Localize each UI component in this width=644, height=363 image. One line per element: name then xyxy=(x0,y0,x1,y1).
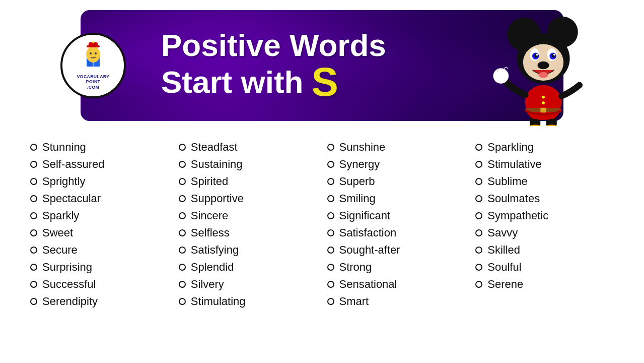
bullet-icon xyxy=(327,247,334,254)
word-text: Sparkling xyxy=(487,141,534,154)
word-text: Steadfast xyxy=(191,141,238,154)
svg-point-6 xyxy=(92,41,94,43)
word-item: Silvery xyxy=(179,276,322,293)
word-column-4: SparklingStimulativeSublimeSoulmatesSymp… xyxy=(475,139,619,310)
word-item: Sought-after xyxy=(327,241,471,259)
mickey-figure xyxy=(493,15,594,126)
bullet-icon xyxy=(179,212,186,219)
word-item: Soulful xyxy=(475,259,619,276)
word-text: Sweet xyxy=(42,226,73,239)
word-item: Skilled xyxy=(475,241,619,259)
bullet-icon xyxy=(30,144,37,151)
bullet-icon xyxy=(475,229,482,236)
bullet-icon xyxy=(475,264,482,271)
word-text: Successful xyxy=(42,278,96,291)
bullet-icon xyxy=(327,178,334,185)
word-text: Silvery xyxy=(191,278,224,291)
word-text: Smart xyxy=(339,295,369,308)
word-item: Smart xyxy=(327,293,471,310)
svg-point-27 xyxy=(543,125,560,126)
svg-point-8 xyxy=(95,52,97,54)
word-item: Strong xyxy=(327,259,471,276)
bullet-icon xyxy=(30,281,37,288)
word-item: Superb xyxy=(327,173,471,190)
bullet-icon xyxy=(475,247,482,254)
svg-rect-32 xyxy=(540,108,546,113)
word-text: Sunshine xyxy=(339,141,386,154)
word-text: Sensational xyxy=(339,278,397,291)
word-item: Stunning xyxy=(30,139,174,156)
word-text: Soulful xyxy=(487,261,521,274)
word-text: Soulmates xyxy=(487,192,540,205)
word-text: Selfless xyxy=(191,226,230,239)
bullet-icon xyxy=(30,161,37,168)
word-item: Steadfast xyxy=(179,139,322,156)
word-item: Sunshine xyxy=(327,139,471,156)
word-item: Spectacular xyxy=(30,190,174,207)
bullet-icon xyxy=(30,247,37,254)
svg-point-30 xyxy=(542,101,545,104)
word-item: Sublime xyxy=(475,173,619,190)
word-text: Sincere xyxy=(191,209,229,222)
word-item: Sustaining xyxy=(179,156,322,173)
word-item: Successful xyxy=(30,276,174,293)
bullet-icon xyxy=(30,264,37,271)
header-text: Positive Words Start with S xyxy=(161,29,386,102)
word-text: Spectacular xyxy=(42,192,101,205)
word-text: Sublime xyxy=(487,175,527,188)
bullet-icon xyxy=(179,298,186,305)
word-item: Smiling xyxy=(327,190,471,207)
word-text: Skilled xyxy=(487,244,520,257)
word-item: Sincere xyxy=(179,207,322,224)
word-text: Serene xyxy=(487,278,523,291)
word-item: Serendipity xyxy=(30,293,174,310)
word-text: Sympathetic xyxy=(487,209,548,222)
word-item: Sparkly xyxy=(30,207,174,224)
word-text: Surprising xyxy=(42,261,92,274)
logo-circle: VOCABULARY POINT .COM xyxy=(60,33,126,98)
word-item: Savvy xyxy=(475,224,619,241)
header-title-line1: Positive Words xyxy=(161,29,386,62)
bullet-icon xyxy=(475,195,482,202)
word-item: Satisfaction xyxy=(327,224,471,241)
word-item: Satisfying xyxy=(179,241,322,259)
word-text: Sustaining xyxy=(191,158,243,171)
svg-point-19 xyxy=(536,54,538,56)
word-item: Synergy xyxy=(327,156,471,173)
svg-point-7 xyxy=(90,52,92,54)
word-text: Strong xyxy=(339,261,372,274)
word-column-1: StunningSelf-assuredSprightlySpectacular… xyxy=(30,139,174,310)
svg-point-22 xyxy=(538,72,548,78)
bullet-icon xyxy=(327,298,334,305)
word-column-2: SteadfastSustainingSpiritedSupportiveSin… xyxy=(179,139,322,310)
svg-point-29 xyxy=(542,96,545,99)
word-text: Serendipity xyxy=(42,295,98,308)
word-item: Spirited xyxy=(179,173,322,190)
bullet-icon xyxy=(179,264,186,271)
bullet-icon xyxy=(30,229,37,236)
bullet-icon xyxy=(179,178,186,185)
word-text: Splendid xyxy=(191,261,234,274)
word-text: Secure xyxy=(42,244,78,257)
word-text: Supportive xyxy=(191,192,244,205)
bullet-icon xyxy=(179,229,186,236)
word-item: Selfless xyxy=(179,224,322,241)
header-title-start-with: Start with xyxy=(161,66,303,98)
word-text: Spirited xyxy=(191,175,229,188)
bullet-icon xyxy=(475,144,482,151)
svg-point-21 xyxy=(538,62,549,69)
bullet-icon xyxy=(475,212,482,219)
word-item: Stimulating xyxy=(179,293,322,310)
bullet-icon xyxy=(30,298,37,305)
bullet-icon xyxy=(327,229,334,236)
word-text: Synergy xyxy=(339,158,380,171)
word-text: Sparkly xyxy=(42,209,79,222)
svg-point-28 xyxy=(493,68,509,84)
svg-point-3 xyxy=(86,46,100,63)
bullet-icon xyxy=(179,247,186,254)
bullet-icon xyxy=(327,212,334,219)
bullet-icon xyxy=(30,212,37,219)
bullet-icon xyxy=(179,161,186,168)
svg-point-26 xyxy=(527,125,544,126)
bullet-icon xyxy=(475,281,482,288)
